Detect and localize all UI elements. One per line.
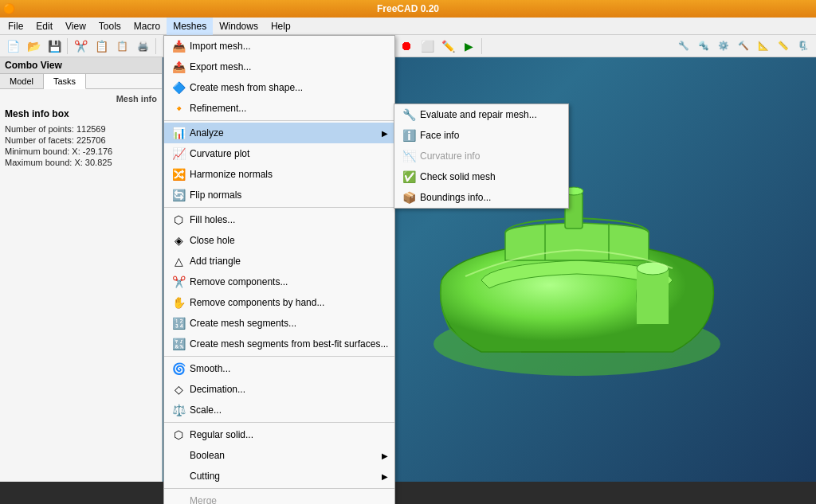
info-points-label: Number of points: [5,124,74,134]
cutting-icon [171,468,186,484]
menu-edit[interactable]: Edit [29,18,59,35]
info-facets: Number of facets: 225706 [5,135,157,145]
sep5 [164,488,394,489]
curvature-info-label: Curvature info [420,150,480,162]
menu-export-mesh[interactable]: 📤 Export mesh... [164,57,394,77]
menu-windows[interactable]: Windows [213,18,265,35]
tb-extra5[interactable]: 📐 [754,37,773,56]
mesh-info-title: Mesh info box [5,108,157,119]
info-min-bound: Minimum bound: X: -29.176 [5,147,157,156]
menu-harmonize[interactable]: 🔀 Harmonize normals [164,164,394,185]
menu-merge: Merge [164,490,394,504]
tb-extra7[interactable]: 🗜️ [794,37,813,56]
menu-add-triangle[interactable]: △ Add triangle [164,251,394,272]
tb-extra4[interactable]: 🔨 [734,37,753,56]
menu-cutting[interactable]: Cutting ▶ [164,466,394,486]
menu-help[interactable]: Help [265,18,297,35]
menu-check-solid[interactable]: ✅ Check solid mesh [394,166,568,187]
menu-close-hole[interactable]: ◈ Close hole [164,230,394,251]
menu-create-seg[interactable]: 🔢 Create mesh segments... [164,313,394,334]
menu-remove-by-hand[interactable]: ✋ Remove components by hand... [164,292,394,313]
menu-bar: File Edit View Tools Macro Meshes Window… [0,18,816,35]
left-panel: Combo View Model Tasks Mesh info Mesh in… [0,57,163,482]
tab-tasks[interactable]: Tasks [44,74,86,89]
info-facets-value: 225706 [76,135,106,145]
tb-edit-macro[interactable]: ✏️ [438,37,457,56]
check-solid-label: Check solid mesh [420,171,496,182]
tb-extra3[interactable]: ⚙️ [714,37,733,56]
mesh-info-panel: Mesh info Mesh info box Number of points… [0,89,162,482]
menu-macro[interactable]: Macro [128,18,167,35]
sep2 [164,207,394,208]
tb-print[interactable]: 🖨️ [133,37,152,56]
menu-tools[interactable]: Tools [92,18,128,35]
merge-label: Merge [190,495,217,504]
export-icon: 📤 [171,59,186,75]
tab-bar: Model Tasks [0,74,162,89]
menu-flip[interactable]: 🔄 Flip normals [164,185,394,205]
menu-curvature[interactable]: 📈 Curvature plot [164,143,394,164]
remove-hand-label: Remove components by hand... [190,297,324,308]
menu-eval-repair[interactable]: 🔧 Evaluate and repair mesh... [394,104,568,125]
combo-view-title: Combo View [0,57,162,74]
close-hole-label: Close hole [190,235,235,246]
info-min-label: Minimum bound: X: -29.176 [5,147,112,156]
import-label: Import mesh... [190,41,251,52]
tb-sep2 [155,38,156,54]
face-info-label: Face info [420,130,459,141]
sep3 [164,356,394,357]
create-seg2-label: Create mesh segments from best-fit surfa… [190,338,388,350]
menu-meshes[interactable]: Meshes [167,18,213,35]
menu-boolean[interactable]: Boolean ▶ [164,445,394,466]
harmonize-icon: 🔀 [171,166,186,182]
tb-new[interactable]: 📄 [3,37,22,56]
tb-save[interactable]: 💾 [45,37,64,56]
svg-rect-6 [637,268,669,324]
add-tri-label: Add triangle [190,256,241,267]
cutting-label: Cutting [190,471,220,482]
tab-model[interactable]: Model [0,74,44,88]
menu-smooth[interactable]: 🌀 Smooth... [164,358,394,379]
analyze-submenu: 🔧 Evaluate and repair mesh... ℹ️ Face in… [394,104,569,209]
boolean-label: Boolean [190,450,225,461]
decimation-label: Decimation... [190,384,245,395]
scale-icon: ⚖️ [171,402,186,418]
tb-record[interactable]: ⏺ [397,37,416,56]
sep1 [164,120,394,121]
menu-create-mesh[interactable]: 🔷 Create mesh from shape... [164,77,394,98]
menu-create-seg2[interactable]: 🔣 Create mesh segments from best-fit sur… [164,334,394,354]
curvature-icon: 📈 [171,146,186,162]
create-icon: 🔷 [171,80,186,96]
tb-copy[interactable]: 📋 [92,37,111,56]
menu-fill-holes[interactable]: ⬡ Fill holes... [164,209,394,230]
remove-comp-label: Remove components... [190,276,288,287]
tb-run-macro[interactable]: ▶ [459,37,478,56]
sep4 [164,422,394,423]
menu-boundings[interactable]: 📦 Boundings info... [394,187,568,208]
menu-analyze[interactable]: 📊 Analyze ▶ [164,123,394,143]
remove-comp-icon: ✂️ [171,274,186,290]
menu-face-info[interactable]: ℹ️ Face info [394,125,568,146]
tb-open[interactable]: 📂 [24,37,43,56]
menu-import-mesh[interactable]: 📥 Import mesh... [164,36,394,57]
create-seg-label: Create mesh segments... [190,318,296,329]
tb-extra2[interactable]: 🔩 [694,37,713,56]
menu-remove-components[interactable]: ✂️ Remove components... [164,272,394,292]
tb-extra6[interactable]: 📏 [774,37,793,56]
regular-label: Regular solid... [190,429,253,440]
menu-view[interactable]: View [59,18,92,35]
boolean-icon [171,447,186,463]
menu-regular-solid[interactable]: ⬡ Regular solid... [164,424,394,445]
tb-cut[interactable]: ✂️ [71,37,90,56]
svg-point-7 [637,262,669,275]
menu-file[interactable]: File [2,18,29,35]
menu-refinement[interactable]: 🔸 Refinement... [164,98,394,119]
scale-label: Scale... [190,404,222,416]
tb-extra1[interactable]: 🔧 [674,37,693,56]
menu-decimation[interactable]: ◇ Decimation... [164,379,394,400]
menu-scale[interactable]: ⚖️ Scale... [164,400,394,420]
tb-stop[interactable]: ⬜ [418,37,437,56]
tb-paste[interactable]: 📋 [112,37,131,56]
create-seg2-icon: 🔣 [171,336,186,352]
tb-sep7 [481,38,482,54]
